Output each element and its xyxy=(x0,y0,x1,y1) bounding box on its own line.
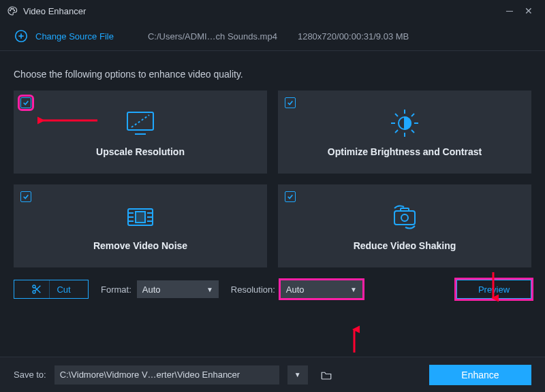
save-path-field[interactable]: C:\Vidmore\Vidmore V…erter\Video Enhance… xyxy=(54,365,279,385)
bottom-bar: Save to: C:\Vidmore\Vidmore V…erter\Vide… xyxy=(0,357,545,392)
svg-line-17 xyxy=(395,130,398,133)
save-path-dropdown[interactable]: ▼ xyxy=(287,365,308,385)
chevron-down-icon: ▼ xyxy=(206,286,213,293)
source-path: C:/Users/ADMI…ch Sounds.mp4 xyxy=(148,31,277,42)
format-label: Format: xyxy=(101,284,131,295)
preview-label: Preview xyxy=(478,284,510,295)
change-source-button[interactable]: Change Source File xyxy=(35,31,114,42)
svg-point-31 xyxy=(33,291,35,293)
svg-point-0 xyxy=(10,10,10,11)
card-label: Reduce Video Shaking xyxy=(354,240,456,251)
enhance-label: Enhance xyxy=(461,370,499,380)
save-path-value: C:\Vidmore\Vidmore V…erter\Video Enhance… xyxy=(60,370,240,380)
cut-label: Cut xyxy=(57,284,70,295)
controls-row: Cut Format: Auto ▼ Resolution: Auto ▼ Pr… xyxy=(0,267,545,299)
card-label: Upscale Resolution xyxy=(96,146,185,157)
svg-point-30 xyxy=(33,285,35,288)
instruction-text: Choose the following options to enhance … xyxy=(0,51,545,91)
add-file-icon xyxy=(14,29,29,44)
card-upscale-resolution[interactable]: Upscale Resolution xyxy=(14,91,267,174)
source-bar: Change Source File C:/Users/ADMI…ch Soun… xyxy=(0,22,545,50)
svg-line-16 xyxy=(411,130,414,133)
svg-rect-27 xyxy=(394,211,415,225)
svg-rect-7 xyxy=(127,112,153,130)
save-to-label: Save to: xyxy=(14,370,46,380)
format-select[interactable]: Auto ▼ xyxy=(137,280,219,298)
resolution-label: Resolution: xyxy=(231,284,275,295)
card-reduce-shaking[interactable]: Reduce Video Shaking xyxy=(278,184,531,267)
svg-point-2 xyxy=(13,8,14,9)
camera-shake-icon xyxy=(388,201,422,233)
app-title: Video Enhancer xyxy=(23,6,86,16)
card-optimize-brightness[interactable]: Optimize Brightness and Contrast xyxy=(278,91,531,174)
svg-point-28 xyxy=(401,214,408,221)
svg-rect-20 xyxy=(136,212,145,223)
checkbox-brightness[interactable] xyxy=(285,97,296,108)
enhance-options-grid: Upscale Resolution Optimize Brightness a… xyxy=(0,91,545,267)
card-label: Remove Video Noise xyxy=(93,240,187,251)
preview-button[interactable]: Preview xyxy=(456,280,531,299)
brightness-icon xyxy=(390,107,420,140)
close-button[interactable]: ✕ xyxy=(519,5,538,16)
svg-point-3 xyxy=(14,10,14,11)
resolution-select[interactable]: Auto ▼ xyxy=(281,280,362,298)
monitor-icon xyxy=(125,107,156,140)
open-folder-button[interactable] xyxy=(316,365,337,385)
svg-line-15 xyxy=(395,114,398,116)
svg-line-8 xyxy=(131,115,149,127)
checkbox-noise[interactable] xyxy=(20,191,31,202)
chevron-down-icon: ▼ xyxy=(350,286,357,293)
resolution-value: Auto xyxy=(286,284,305,295)
palette-icon xyxy=(7,5,18,16)
titlebar: Video Enhancer ─ ✕ xyxy=(0,0,545,22)
svg-rect-29 xyxy=(401,208,409,211)
cut-button[interactable]: Cut xyxy=(14,280,89,299)
card-remove-noise[interactable]: Remove Video Noise xyxy=(14,184,267,267)
scissors-icon xyxy=(31,284,42,295)
svg-line-18 xyxy=(411,114,414,116)
checkbox-upscale[interactable] xyxy=(20,97,31,108)
checkbox-shaking[interactable] xyxy=(285,191,296,202)
film-icon xyxy=(125,201,155,233)
svg-point-1 xyxy=(11,8,12,9)
folder-icon xyxy=(320,370,332,380)
annotation-arrow xyxy=(349,325,360,355)
enhance-button[interactable]: Enhance xyxy=(429,365,531,385)
chevron-down-icon: ▼ xyxy=(294,371,301,378)
format-value: Auto xyxy=(142,284,161,295)
source-meta: 1280x720/00:00:31/9.03 MB xyxy=(298,31,409,42)
card-label: Optimize Brightness and Contrast xyxy=(328,146,482,157)
minimize-button[interactable]: ─ xyxy=(500,5,519,16)
